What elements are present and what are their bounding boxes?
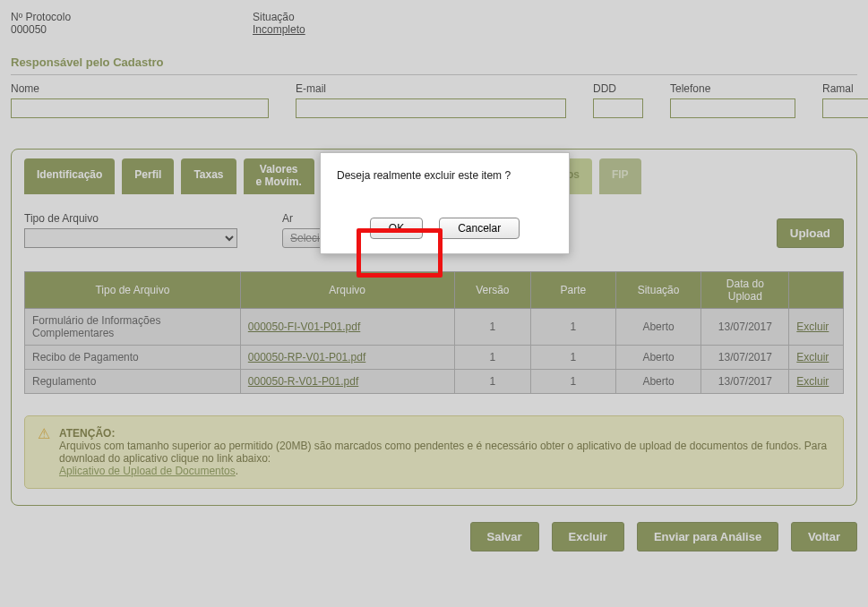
modal-overlay (0, 0, 868, 607)
confirm-dialog: Deseja realmente excluir este item ? OK … (320, 152, 570, 254)
dialog-message: Deseja realmente excluir este item ? (337, 169, 553, 182)
dialog-cancelar-button[interactable]: Cancelar (439, 218, 520, 239)
dialog-ok-button[interactable]: OK (370, 218, 423, 239)
